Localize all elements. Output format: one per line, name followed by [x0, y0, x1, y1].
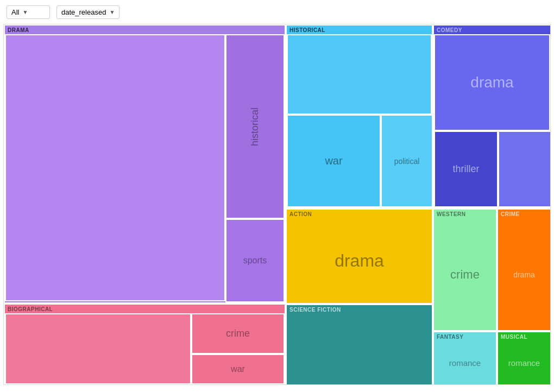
drama-historical-label: historical	[226, 35, 284, 218]
tile-bio-crime[interactable]: crime	[191, 313, 285, 354]
tile-comedy-small[interactable]	[498, 131, 551, 207]
action-drama-label: drama	[287, 219, 432, 303]
drama-sports-label: sports	[226, 220, 284, 301]
war-label: war	[288, 116, 380, 206]
filter-label: All	[11, 8, 19, 16]
fantasy-section-label: FANTASY	[434, 332, 496, 342]
tile-bio-war[interactable]: war	[191, 354, 285, 384]
comedy-section-label: COMEDY	[434, 26, 550, 35]
crime-drama-label: drama	[498, 219, 550, 330]
tile-scifi[interactable]: SCIENCE FICTION	[286, 304, 433, 385]
filter-arrow-icon: ▼	[22, 9, 28, 15]
sort-dropdown[interactable]: date_released ▼	[56, 5, 119, 19]
tile-historical-political[interactable]: political	[381, 115, 433, 207]
tile-historical-war[interactable]: war	[287, 115, 381, 207]
drama-section-label: DRAMA	[5, 26, 285, 35]
western-crime-label: crime	[434, 219, 496, 330]
tile-drama-sub-left	[5, 34, 225, 301]
tile-historical-top	[287, 34, 432, 115]
tile-bio-left	[5, 313, 191, 384]
comedy-drama-label: drama	[435, 35, 549, 130]
treemap: DRAMA historical sports HISTORICAL war p…	[3, 24, 551, 385]
musical-section-label: MUSICAL	[498, 332, 550, 342]
biographical-section-label: BIOGRAPHICAL	[5, 305, 285, 314]
historical-section-label: HISTORICAL	[287, 26, 432, 35]
action-section-label: ACTION	[287, 210, 432, 219]
tile-action[interactable]: ACTION drama	[286, 208, 433, 304]
bio-crime-label: crime	[192, 314, 284, 353]
sort-arrow-icon: ▼	[109, 9, 115, 15]
crime-section-label: CRIME	[498, 210, 550, 219]
tile-drama-historical[interactable]: historical	[225, 34, 285, 219]
tile-comedy-drama[interactable]: drama	[434, 34, 550, 131]
political-label: political	[382, 116, 432, 206]
western-section-label: WESTERN	[434, 210, 496, 219]
filter-dropdown[interactable]: All ▼	[7, 5, 50, 19]
tile-comedy-thriller[interactable]: thriller	[434, 131, 498, 207]
tile-fantasy[interactable]: FANTASY romance	[433, 331, 497, 385]
tile-crime[interactable]: CRIME drama	[497, 208, 551, 331]
musical-romance-label: romance	[498, 342, 550, 384]
scifi-section-label: SCIENCE FICTION	[287, 305, 432, 314]
toolbar: All ▼ date_released ▼	[0, 0, 554, 24]
bio-war-label: war	[192, 355, 284, 383]
thriller-label: thriller	[435, 132, 497, 206]
tile-western[interactable]: WESTERN crime	[433, 208, 497, 331]
tile-drama-sports[interactable]: sports	[225, 219, 285, 302]
fantasy-romance-label: romance	[434, 342, 496, 384]
tile-musical[interactable]: MUSICAL romance	[497, 331, 551, 385]
sort-label: date_released	[61, 8, 106, 16]
